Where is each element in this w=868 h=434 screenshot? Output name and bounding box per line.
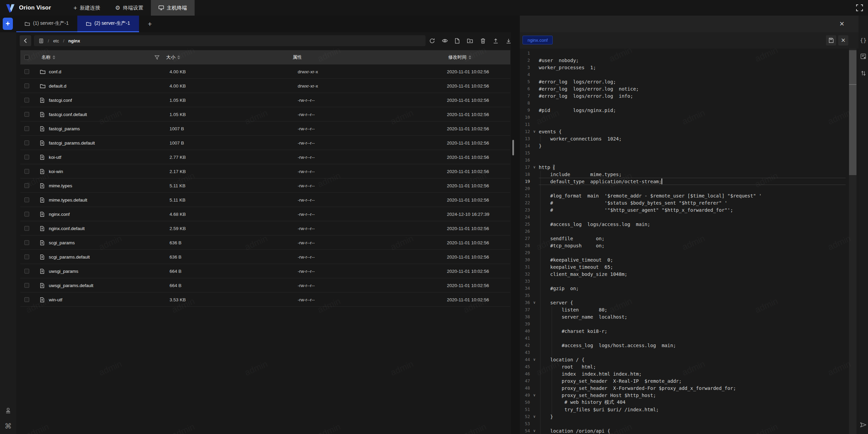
code-line[interactable]: 26	[520, 228, 860, 235]
file-name[interactable]: default.d	[49, 79, 66, 93]
code-line[interactable]: 25 #access_log logs/access.log main;	[520, 221, 860, 228]
code-line[interactable]: 54∨ location /orion/api {	[520, 427, 860, 434]
code-line[interactable]: 42 #access_log logs/host.access.log main…	[520, 342, 860, 349]
code-line[interactable]: 50 # web history 模式 404	[520, 399, 860, 406]
code-line[interactable]: 21 #log_format main '$remote_addr - $rem…	[520, 192, 860, 199]
editor-scrollbar[interactable]	[849, 49, 856, 434]
code-line[interactable]: 45 root html;	[520, 363, 860, 370]
code-line[interactable]: 43	[520, 349, 860, 356]
editor-braces-icon[interactable]: {}	[859, 35, 868, 45]
breadcrumb[interactable]: / etc / nginx	[34, 35, 426, 46]
table-row[interactable]: koi-utf 2.77 KB -rw-r--r-- 2020-11-01 10…	[20, 150, 510, 164]
code-line[interactable]: 13 worker_connections 1024;	[520, 135, 860, 142]
file-name[interactable]: fastcgi.conf.default	[49, 107, 87, 121]
code-line[interactable]: 34 #gzip on;	[520, 285, 860, 292]
table-row[interactable]: mime.types 5.11 KB -rw-r--r-- 2020-11-01…	[20, 178, 510, 193]
select-all-checkbox[interactable]	[24, 55, 29, 60]
user-icon[interactable]	[0, 405, 16, 416]
file-inspect-icon[interactable]	[859, 52, 868, 61]
table-row[interactable]: scgi_params.default 636 B -rw-r--r-- 202…	[20, 250, 510, 264]
table-row[interactable]: fastcgi.conf 1.05 KB -rw-r--r-- 2020-11-…	[20, 93, 510, 107]
fullscreen-icon[interactable]	[856, 4, 863, 12]
fold-chevron-icon[interactable]: ∨	[530, 165, 539, 169]
code-line[interactable]: 23 # '"$http_user_agent" "$http_x_forwar…	[520, 206, 860, 213]
code-line[interactable]: 37 listen 80;	[520, 306, 860, 313]
code-line[interactable]: 49∨ proxy_set_header Host $http_host;	[520, 392, 860, 399]
file-name[interactable]: nginx.conf	[49, 207, 70, 221]
table-row[interactable]: koi-win 2.17 KB -rw-r--r-- 2020-11-01 10…	[20, 164, 510, 178]
row-checkbox[interactable]	[24, 69, 29, 74]
row-checkbox[interactable]	[24, 112, 29, 117]
code-line[interactable]: 28 #tcp_nopush on;	[520, 242, 860, 249]
fold-chevron-icon[interactable]: ∨	[530, 300, 539, 305]
close-panel-icon[interactable]: ×	[837, 19, 846, 28]
code-line[interactable]: 31 keepalive_timeout 65;	[520, 263, 860, 270]
row-checkbox[interactable]	[24, 283, 29, 288]
file-name[interactable]: fastcgi_params	[49, 121, 80, 136]
table-row[interactable]: nginx.conf.default 2.59 KB -rw-r--r-- 20…	[20, 221, 510, 235]
file-name[interactable]: nginx.conf.default	[49, 221, 85, 235]
row-checkbox[interactable]	[24, 98, 29, 102]
row-checkbox[interactable]	[24, 269, 29, 273]
code-line[interactable]: 53	[520, 420, 860, 427]
new-connection-button[interactable]: +	[3, 18, 13, 30]
breadcrumb-segment-etc[interactable]: etc	[53, 38, 59, 43]
fold-chevron-icon[interactable]: ∨	[530, 393, 539, 397]
row-checkbox[interactable]	[24, 126, 29, 131]
fold-chevron-icon[interactable]: ∨	[530, 414, 539, 419]
file-name[interactable]: scgi_params.default	[49, 250, 90, 264]
column-header-size[interactable]: 大小	[166, 50, 180, 64]
table-row[interactable]: default.d 4.00 KB drwxr-xr-x 2020-11-01 …	[20, 79, 510, 93]
table-row[interactable]: uwsgi_params.default 664 B -rw-r--r-- 20…	[20, 278, 510, 293]
code-area[interactable]: 12#user nobody;3worker_processes 1;45#er…	[520, 49, 860, 434]
file-name[interactable]: koi-utf	[49, 150, 61, 164]
back-button[interactable]	[20, 35, 31, 46]
code-line[interactable]: 2#user nobody;	[520, 57, 860, 64]
file-name[interactable]: mime.types.default	[49, 193, 87, 207]
send-command-icon[interactable]	[859, 420, 868, 430]
file-name[interactable]: uwsgi_params	[49, 264, 78, 278]
column-header-attr[interactable]: 属性	[293, 50, 302, 64]
file-name[interactable]: uwsgi_params.default	[49, 278, 93, 293]
sort-carets-icon[interactable]	[53, 55, 55, 59]
command-icon[interactable]: ⌘	[0, 421, 16, 431]
add-tab-button[interactable]: +	[143, 16, 157, 32]
code-line[interactable]: 6#error_log logs/error.log notice;	[520, 85, 860, 92]
code-line[interactable]: 47 proxy_set_header X-Real-IP $remote_ad…	[520, 377, 860, 384]
fold-chevron-icon[interactable]: ∨	[530, 129, 539, 134]
table-row[interactable]: fastcgi_params 1007 B -rw-r--r-- 2020-11…	[20, 121, 510, 136]
table-row[interactable]: win-utf 3.53 KB -rw-r--r-- 2020-11-01 10…	[20, 293, 510, 307]
row-checkbox[interactable]	[24, 83, 29, 88]
code-line[interactable]: 20	[520, 185, 860, 192]
code-line[interactable]: 16	[520, 156, 860, 164]
row-checkbox[interactable]	[24, 197, 29, 202]
code-line[interactable]: 33	[520, 278, 860, 285]
code-line[interactable]: 32 client_max_body_size 1048m;	[520, 270, 860, 278]
editor-file-tab[interactable]: nginx.conf	[522, 36, 553, 44]
menu-terminal-settings[interactable]: ⚙ 终端设置	[108, 0, 151, 16]
code-line[interactable]: 38 server_name localhost;	[520, 313, 860, 320]
code-line[interactable]: 18 include mime.types;	[520, 171, 860, 178]
code-line[interactable]: 10	[520, 114, 860, 121]
split-drag-handle[interactable]	[512, 140, 514, 155]
row-checkbox[interactable]	[24, 212, 29, 216]
table-row[interactable]: conf.d 4.00 KB drwxr-xr-x 2020-11-01 10:…	[20, 64, 510, 79]
sort-carets-icon[interactable]	[177, 55, 180, 59]
filter-icon[interactable]	[155, 50, 159, 64]
file-name[interactable]: conf.d	[49, 64, 61, 79]
code-line[interactable]: 12∨events {	[520, 128, 860, 135]
code-line[interactable]: 40 #charset koi8-r;	[520, 327, 860, 335]
table-row[interactable]: scgi_params 636 B -rw-r--r-- 2020-11-01 …	[20, 235, 510, 250]
code-line[interactable]: 39	[520, 320, 860, 327]
row-checkbox[interactable]	[24, 240, 29, 245]
code-line[interactable]: 51 try_files $uri $uri/ /index.html;	[520, 406, 860, 413]
terminal-tab-2-active[interactable]: (2) server-生产-1	[77, 16, 139, 32]
row-checkbox[interactable]	[24, 169, 29, 174]
code-line[interactable]: 24	[520, 213, 860, 221]
upload-icon[interactable]	[491, 35, 501, 46]
fold-chevron-icon[interactable]: ∨	[530, 357, 539, 362]
file-name[interactable]: scgi_params	[49, 235, 75, 250]
row-checkbox[interactable]	[24, 155, 29, 159]
table-row[interactable]: nginx.conf 4.68 KB -rw-r--r-- 2024-12-10…	[20, 207, 510, 221]
menu-new-connection[interactable]: + 新建连接	[66, 0, 107, 16]
